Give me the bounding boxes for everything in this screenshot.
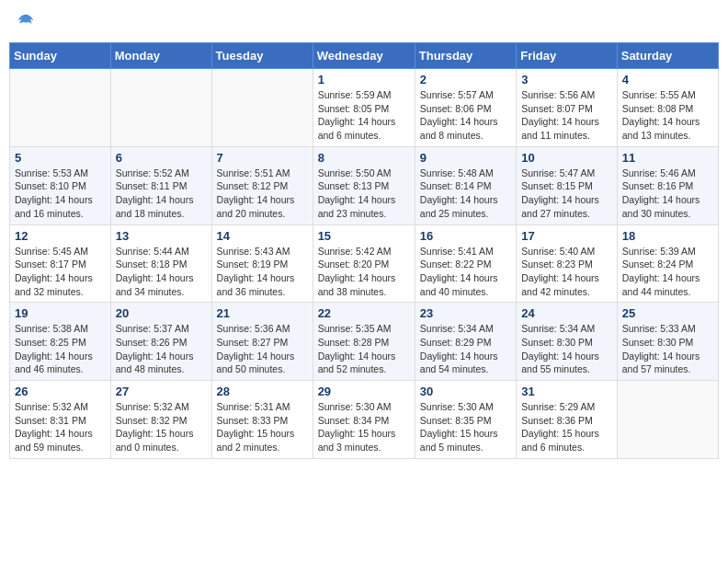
day-number: 25 bbox=[622, 306, 713, 320]
day-info: Sunrise: 5:48 AM Sunset: 8:14 PM Dayligh… bbox=[420, 167, 511, 221]
logo bbox=[15, 13, 35, 31]
day-number: 24 bbox=[521, 306, 612, 320]
day-info: Sunrise: 5:56 AM Sunset: 8:07 PM Dayligh… bbox=[521, 88, 612, 143]
calendar-cell: 26Sunrise: 5:32 AM Sunset: 8:31 PM Dayli… bbox=[10, 381, 111, 459]
day-number: 4 bbox=[622, 73, 713, 86]
calendar-cell: 10Sunrise: 5:47 AM Sunset: 8:15 PM Dayli… bbox=[517, 146, 618, 224]
day-info: Sunrise: 5:37 AM Sunset: 8:26 PM Dayligh… bbox=[116, 322, 207, 376]
day-number: 27 bbox=[116, 385, 207, 398]
calendar-cell: 8Sunrise: 5:50 AM Sunset: 8:13 PM Daylig… bbox=[313, 146, 415, 224]
logo-bird-icon bbox=[17, 13, 35, 31]
day-info: Sunrise: 5:32 AM Sunset: 8:32 PM Dayligh… bbox=[116, 400, 207, 454]
day-info: Sunrise: 5:44 AM Sunset: 8:18 PM Dayligh… bbox=[116, 245, 207, 299]
day-info: Sunrise: 5:39 AM Sunset: 8:24 PM Dayligh… bbox=[622, 245, 713, 299]
day-number: 1 bbox=[318, 73, 410, 86]
calendar-cell: 5Sunrise: 5:53 AM Sunset: 8:10 PM Daylig… bbox=[10, 146, 111, 224]
day-number: 18 bbox=[622, 229, 713, 243]
calendar-cell bbox=[110, 69, 211, 147]
day-info: Sunrise: 5:47 AM Sunset: 8:15 PM Dayligh… bbox=[521, 167, 612, 221]
day-number: 12 bbox=[15, 229, 106, 243]
day-info: Sunrise: 5:32 AM Sunset: 8:31 PM Dayligh… bbox=[15, 400, 106, 454]
day-number: 22 bbox=[318, 306, 410, 320]
calendar-cell: 7Sunrise: 5:51 AM Sunset: 8:12 PM Daylig… bbox=[211, 146, 313, 224]
day-info: Sunrise: 5:41 AM Sunset: 8:22 PM Dayligh… bbox=[420, 245, 511, 299]
day-info: Sunrise: 5:45 AM Sunset: 8:17 PM Dayligh… bbox=[15, 245, 106, 299]
day-info: Sunrise: 5:38 AM Sunset: 8:25 PM Dayligh… bbox=[15, 322, 106, 376]
calendar-body: 1Sunrise: 5:59 AM Sunset: 8:05 PM Daylig… bbox=[10, 69, 719, 459]
calendar-header-friday: Friday bbox=[517, 43, 618, 69]
day-info: Sunrise: 5:53 AM Sunset: 8:10 PM Dayligh… bbox=[15, 167, 106, 221]
calendar-week-row: 1Sunrise: 5:59 AM Sunset: 8:05 PM Daylig… bbox=[10, 69, 719, 147]
calendar-week-row: 12Sunrise: 5:45 AM Sunset: 8:17 PM Dayli… bbox=[10, 224, 719, 303]
day-number: 11 bbox=[622, 151, 713, 165]
calendar-cell: 11Sunrise: 5:46 AM Sunset: 8:16 PM Dayli… bbox=[617, 146, 718, 224]
day-info: Sunrise: 5:51 AM Sunset: 8:12 PM Dayligh… bbox=[217, 167, 308, 221]
calendar-cell: 25Sunrise: 5:33 AM Sunset: 8:30 PM Dayli… bbox=[617, 303, 718, 381]
calendar-cell: 28Sunrise: 5:31 AM Sunset: 8:33 PM Dayli… bbox=[211, 381, 313, 459]
calendar-header-wednesday: Wednesday bbox=[313, 43, 415, 69]
day-number: 8 bbox=[318, 151, 410, 165]
calendar-cell bbox=[211, 69, 313, 147]
day-info: Sunrise: 5:52 AM Sunset: 8:11 PM Dayligh… bbox=[116, 167, 207, 221]
day-info: Sunrise: 5:30 AM Sunset: 8:34 PM Dayligh… bbox=[318, 400, 410, 454]
calendar-cell: 17Sunrise: 5:40 AM Sunset: 8:23 PM Dayli… bbox=[517, 224, 618, 303]
day-info: Sunrise: 5:43 AM Sunset: 8:19 PM Dayligh… bbox=[217, 245, 308, 299]
calendar-cell: 6Sunrise: 5:52 AM Sunset: 8:11 PM Daylig… bbox=[110, 146, 211, 224]
day-number: 10 bbox=[521, 151, 612, 165]
calendar-cell: 2Sunrise: 5:57 AM Sunset: 8:06 PM Daylig… bbox=[415, 69, 516, 147]
calendar-header-thursday: Thursday bbox=[415, 43, 516, 69]
calendar-cell: 15Sunrise: 5:42 AM Sunset: 8:20 PM Dayli… bbox=[313, 224, 415, 303]
day-info: Sunrise: 5:50 AM Sunset: 8:13 PM Dayligh… bbox=[318, 167, 410, 221]
calendar-cell: 30Sunrise: 5:30 AM Sunset: 8:35 PM Dayli… bbox=[415, 381, 516, 459]
calendar-cell: 18Sunrise: 5:39 AM Sunset: 8:24 PM Dayli… bbox=[617, 224, 718, 303]
day-info: Sunrise: 5:34 AM Sunset: 8:29 PM Dayligh… bbox=[420, 322, 511, 376]
calendar-header-tuesday: Tuesday bbox=[211, 43, 313, 69]
calendar-table: SundayMondayTuesdayWednesdayThursdayFrid… bbox=[9, 42, 719, 459]
day-info: Sunrise: 5:34 AM Sunset: 8:30 PM Dayligh… bbox=[521, 322, 612, 376]
calendar-cell: 20Sunrise: 5:37 AM Sunset: 8:26 PM Dayli… bbox=[110, 303, 211, 381]
calendar-cell: 1Sunrise: 5:59 AM Sunset: 8:05 PM Daylig… bbox=[313, 69, 415, 147]
calendar-cell: 22Sunrise: 5:35 AM Sunset: 8:28 PM Dayli… bbox=[313, 303, 415, 381]
calendar-header-saturday: Saturday bbox=[617, 43, 718, 69]
calendar-week-row: 19Sunrise: 5:38 AM Sunset: 8:25 PM Dayli… bbox=[10, 303, 719, 381]
day-number: 26 bbox=[15, 385, 106, 398]
calendar-cell: 16Sunrise: 5:41 AM Sunset: 8:22 PM Dayli… bbox=[415, 224, 516, 303]
calendar-cell: 19Sunrise: 5:38 AM Sunset: 8:25 PM Dayli… bbox=[10, 303, 111, 381]
day-number: 28 bbox=[217, 385, 308, 398]
day-info: Sunrise: 5:42 AM Sunset: 8:20 PM Dayligh… bbox=[318, 245, 410, 299]
day-number: 31 bbox=[521, 385, 612, 398]
day-number: 29 bbox=[318, 385, 410, 398]
day-info: Sunrise: 5:30 AM Sunset: 8:35 PM Dayligh… bbox=[420, 400, 511, 454]
calendar-cell: 9Sunrise: 5:48 AM Sunset: 8:14 PM Daylig… bbox=[415, 146, 516, 224]
calendar-header-sunday: Sunday bbox=[10, 43, 111, 69]
calendar-header-row: SundayMondayTuesdayWednesdayThursdayFrid… bbox=[10, 43, 719, 69]
day-info: Sunrise: 5:31 AM Sunset: 8:33 PM Dayligh… bbox=[217, 400, 308, 454]
day-number: 3 bbox=[521, 73, 612, 86]
day-number: 16 bbox=[420, 229, 511, 243]
day-number: 9 bbox=[420, 151, 511, 165]
calendar-week-row: 26Sunrise: 5:32 AM Sunset: 8:31 PM Dayli… bbox=[10, 381, 719, 459]
day-number: 21 bbox=[217, 306, 308, 320]
day-info: Sunrise: 5:35 AM Sunset: 8:28 PM Dayligh… bbox=[318, 322, 410, 376]
calendar-cell: 29Sunrise: 5:30 AM Sunset: 8:34 PM Dayli… bbox=[313, 381, 415, 459]
day-number: 23 bbox=[420, 306, 511, 320]
page-header bbox=[9, 9, 719, 35]
day-number: 5 bbox=[15, 151, 106, 165]
calendar-cell: 13Sunrise: 5:44 AM Sunset: 8:18 PM Dayli… bbox=[110, 224, 211, 303]
calendar-cell: 4Sunrise: 5:55 AM Sunset: 8:08 PM Daylig… bbox=[617, 69, 718, 147]
calendar-cell: 27Sunrise: 5:32 AM Sunset: 8:32 PM Dayli… bbox=[110, 381, 211, 459]
day-number: 15 bbox=[318, 229, 410, 243]
calendar-cell: 21Sunrise: 5:36 AM Sunset: 8:27 PM Dayli… bbox=[211, 303, 313, 381]
day-number: 2 bbox=[420, 73, 511, 86]
day-number: 13 bbox=[116, 229, 207, 243]
day-info: Sunrise: 5:55 AM Sunset: 8:08 PM Dayligh… bbox=[622, 88, 713, 143]
day-number: 7 bbox=[217, 151, 308, 165]
calendar-cell: 3Sunrise: 5:56 AM Sunset: 8:07 PM Daylig… bbox=[517, 69, 618, 147]
day-number: 19 bbox=[15, 306, 106, 320]
calendar-header-monday: Monday bbox=[110, 43, 211, 69]
day-info: Sunrise: 5:33 AM Sunset: 8:30 PM Dayligh… bbox=[622, 322, 713, 376]
day-info: Sunrise: 5:59 AM Sunset: 8:05 PM Dayligh… bbox=[318, 88, 410, 143]
calendar-cell bbox=[10, 69, 111, 147]
day-info: Sunrise: 5:36 AM Sunset: 8:27 PM Dayligh… bbox=[217, 322, 308, 376]
day-number: 6 bbox=[116, 151, 207, 165]
